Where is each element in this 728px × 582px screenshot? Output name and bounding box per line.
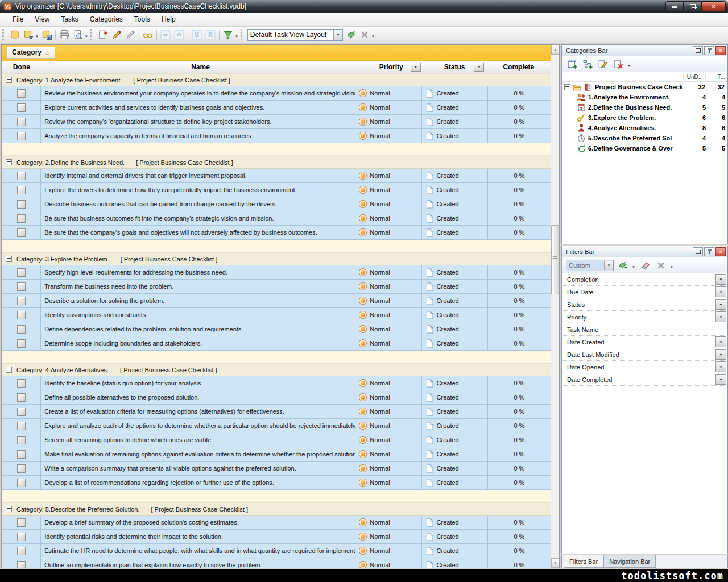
tree-category-item[interactable]: 1.Analyze the Environment.44 — [562, 92, 727, 102]
filters-toolbar-more-icon[interactable]: ▼ — [670, 265, 673, 269]
column-header-status[interactable]: Status▼ — [423, 61, 487, 73]
delete-layout-dropdown-icon[interactable]: ▼ — [371, 35, 375, 38]
collapse-group-icon[interactable] — [6, 159, 12, 165]
task-row[interactable]: Identify potential risks and determine t… — [2, 530, 551, 544]
layout-combo[interactable]: Default Task View Layout▼ — [247, 29, 343, 41]
task-row[interactable]: Create a list of evaluation criteria for… — [2, 405, 551, 419]
filter-dropdown-button[interactable]: ▼ — [715, 361, 726, 372]
edit-task-button[interactable] — [110, 28, 123, 41]
task-done-checkbox[interactable] — [17, 228, 26, 237]
category-group-row[interactable]: Category: 5.Describe the Preferred Solut… — [2, 502, 551, 516]
tree-collapse-icon[interactable] — [564, 84, 570, 90]
filter-tasks-button[interactable] — [221, 28, 235, 41]
tree-category-item[interactable]: 3.Explore the Problem.66 — [562, 113, 727, 123]
task-done-checkbox[interactable] — [17, 533, 26, 541]
edit-category-button[interactable] — [597, 58, 609, 70]
dock-tab-filters-bar[interactable]: Filters Bar — [564, 555, 603, 568]
filters-pin-button[interactable] — [704, 247, 714, 256]
task-done-checkbox[interactable] — [17, 393, 26, 402]
tree-root-row[interactable]: Project Business Case Check3232 — [562, 82, 727, 92]
column-header-done[interactable]: Done — [2, 61, 42, 73]
task-done-checkbox[interactable] — [17, 450, 26, 459]
category-group-row[interactable]: Category: 3.Explore the Problem.[ Projec… — [2, 252, 551, 265]
apply-layout-button[interactable] — [344, 28, 358, 41]
group-by-category-tab[interactable]: Category △ — [6, 47, 55, 59]
task-done-checkbox[interactable] — [17, 339, 26, 348]
task-row[interactable]: Transform the business need into the pro… — [2, 280, 551, 294]
task-done-checkbox[interactable] — [17, 118, 26, 126]
print-preview-button[interactable] — [71, 28, 85, 41]
tree-category-item[interactable]: 4.Analyze Alternatives.88 — [562, 123, 727, 133]
menu-tasks[interactable]: Tasks — [55, 13, 84, 26]
task-done-checkbox[interactable] — [17, 89, 26, 98]
task-row[interactable]: Identify internal and external drivers t… — [2, 169, 551, 183]
filter-dropdown-button[interactable]: ▼ — [715, 299, 726, 310]
task-row[interactable]: Describe business outcomes that can be g… — [2, 197, 551, 211]
new-database-button[interactable] — [8, 28, 22, 41]
tree-category-item[interactable]: 6.Define Governance & Over55 — [562, 143, 727, 153]
tree-category-item[interactable]: 52.Define the Business Need.55 — [562, 102, 727, 113]
task-done-checkbox[interactable] — [17, 479, 26, 487]
task-done-checkbox[interactable] — [17, 561, 26, 568]
column-header-priority[interactable]: Priority▼ — [359, 61, 423, 73]
task-row[interactable]: Screen all remaining options to define w… — [2, 433, 551, 447]
task-done-checkbox[interactable] — [17, 103, 26, 112]
filter-dropdown-button[interactable]: ▼ — [715, 274, 726, 285]
dock-tab-navigation-bar[interactable]: Navigation Bar — [603, 555, 656, 568]
task-row[interactable]: Explore the drivers to determine how the… — [2, 183, 551, 197]
filter-dropdown-button[interactable]: ▼ — [715, 336, 726, 347]
task-row[interactable]: Make final evaluation of remaining optio… — [2, 447, 551, 462]
scroll-down-arrow[interactable]: ▼ — [551, 558, 559, 568]
task-row[interactable]: Identify assumptions and constraints.Nor… — [2, 308, 551, 322]
scroll-up-arrow[interactable]: ▲ — [551, 45, 559, 55]
task-row[interactable]: Describe a solution for solving the prob… — [2, 294, 551, 308]
move-to-bottom-button[interactable] — [190, 28, 204, 41]
open-database-button[interactable] — [22, 28, 35, 41]
task-row[interactable]: Develop a brief summary of the proposed … — [2, 516, 551, 530]
categories-restore-button[interactable] — [693, 46, 703, 55]
filters-restore-button[interactable] — [693, 247, 703, 256]
delete-task-button[interactable] — [123, 28, 137, 41]
task-row[interactable]: Define dependencies related to the probl… — [2, 322, 551, 336]
task-row[interactable]: Review the business environment your com… — [2, 86, 551, 101]
close-button[interactable]: ✕ — [702, 1, 726, 11]
task-row[interactable]: Review the company's 'organizational str… — [2, 115, 551, 129]
filters-close-button[interactable]: x — [715, 247, 726, 256]
task-row[interactable]: Develop a list of recommendations regard… — [2, 476, 551, 490]
task-done-checkbox[interactable] — [17, 325, 26, 334]
menu-help[interactable]: Help — [156, 13, 181, 26]
delete-filter-button[interactable] — [655, 259, 667, 272]
task-done-checkbox[interactable] — [17, 200, 26, 209]
save-filter-dropdown-icon[interactable]: ▼ — [632, 265, 635, 269]
task-done-checkbox[interactable] — [17, 379, 26, 388]
task-done-checkbox[interactable] — [17, 132, 26, 140]
collapse-group-icon[interactable] — [6, 367, 12, 373]
collapse-group-icon[interactable] — [6, 506, 12, 512]
status-filter-dropdown[interactable]: ▼ — [474, 63, 484, 72]
task-done-checkbox[interactable] — [17, 422, 26, 430]
task-done-checkbox[interactable] — [17, 297, 26, 305]
task-done-checkbox[interactable] — [17, 436, 26, 444]
scroll-track[interactable] — [551, 55, 559, 558]
task-done-checkbox[interactable] — [17, 268, 26, 277]
open-database-dropdown-icon[interactable]: ▼ — [35, 35, 39, 38]
categories-toolbar-more-icon[interactable]: ▼ — [627, 64, 631, 68]
task-row[interactable]: Be sure that the company's goals and obj… — [2, 226, 551, 240]
task-row[interactable]: Define all possible alternatives to the … — [2, 390, 551, 405]
clear-filter-button[interactable] — [639, 259, 652, 272]
task-done-checkbox[interactable] — [17, 311, 26, 319]
menu-file[interactable]: File — [7, 13, 29, 26]
task-done-checkbox[interactable] — [17, 408, 26, 416]
collapse-group-icon[interactable] — [6, 77, 12, 83]
print-preview-dropdown-icon[interactable]: ▼ — [85, 35, 88, 38]
category-group-row[interactable]: Category: 1.Analyze the Environment.[ Pr… — [2, 73, 551, 86]
print-button[interactable] — [57, 28, 71, 41]
task-done-checkbox[interactable] — [17, 464, 26, 473]
delete-layout-button[interactable] — [358, 28, 371, 41]
filter-dropdown-button[interactable]: ▼ — [715, 349, 726, 360]
save-filter-button[interactable] — [617, 259, 629, 272]
new-task-button[interactable] — [96, 28, 110, 41]
tree-column-undone[interactable]: UnD... — [683, 74, 705, 80]
filter-dropdown-button[interactable]: ▼ — [715, 286, 726, 297]
view-tasks-button[interactable] — [141, 28, 155, 41]
